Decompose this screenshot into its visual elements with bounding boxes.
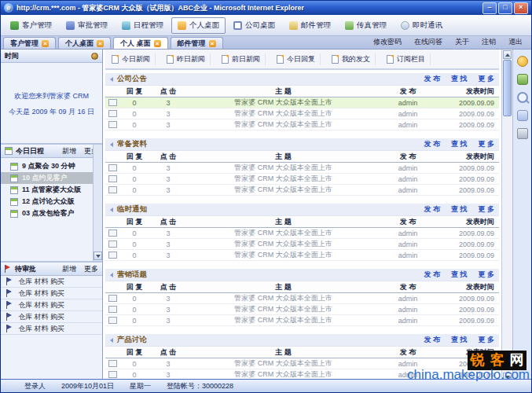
tab-close-icon[interactable]: × bbox=[42, 40, 49, 47]
more-link[interactable]: 更 多 bbox=[478, 139, 494, 149]
toolbar-button-8[interactable]: 即时通讯 bbox=[394, 17, 449, 34]
news-tab-2[interactable]: 昨日新闻 bbox=[162, 53, 211, 65]
find-link[interactable]: 查 找 bbox=[451, 270, 468, 280]
more-link[interactable]: 更 多 bbox=[478, 335, 494, 345]
print-icon[interactable] bbox=[517, 128, 528, 139]
more-link[interactable]: 更 多 bbox=[478, 204, 494, 215]
table-row[interactable]: 0 3 管家婆 CRM 大众版本全面上市 admin 2009.09.09 bbox=[105, 250, 499, 261]
folder-icon[interactable] bbox=[517, 74, 528, 85]
scroll-up-icon[interactable] bbox=[503, 50, 512, 59]
approval-item[interactable]: 仓库 材料 购买 bbox=[1, 299, 102, 311]
find-link[interactable]: 查 找 bbox=[451, 204, 468, 215]
table-row[interactable]: 0 3 管家婆 CRM 大众版本全面上市 admin 2009.09.09 bbox=[105, 239, 499, 250]
collapse-arrow-icon[interactable] bbox=[110, 208, 113, 212]
scroll-down-icon[interactable] bbox=[94, 252, 102, 260]
collapse-arrow-icon[interactable] bbox=[110, 338, 113, 343]
tab-2[interactable]: 个人桌面× bbox=[58, 37, 111, 49]
top-link-1[interactable]: 修改密码 bbox=[373, 37, 402, 47]
forward-icon[interactable] bbox=[517, 110, 528, 121]
approval-item[interactable]: 仓库 材料 购买 bbox=[1, 276, 102, 288]
approval-add-link[interactable]: 新增 bbox=[62, 264, 76, 274]
table-row[interactable]: 0 3 管家婆 CRM 大众版本全面上市 admin 2009.09.09 bbox=[105, 174, 499, 185]
approval-more-link[interactable]: 更多 bbox=[84, 264, 98, 274]
tab-3[interactable]: 个人 桌面× bbox=[113, 37, 168, 49]
toolbar-button-2[interactable]: 审批管理 bbox=[60, 17, 114, 34]
collapse-arrow-icon[interactable] bbox=[110, 142, 113, 147]
find-link[interactable]: 查 找 bbox=[451, 335, 468, 345]
top-link-4[interactable]: 注销 bbox=[482, 37, 496, 47]
find-link[interactable]: 查 找 bbox=[451, 74, 468, 84]
post-subject-link[interactable]: 管家婆 CRM 大众版本全面上市 bbox=[187, 174, 380, 184]
table-row[interactable]: 0 3 管家婆 CRM 大众版本全面上市 admin 2009.09.09 bbox=[105, 97, 499, 108]
tab-close-icon[interactable]: × bbox=[97, 40, 104, 47]
toolbar-button-6[interactable]: 邮件管理 bbox=[283, 17, 337, 34]
toolbar-button-7[interactable]: 传真管理 bbox=[339, 17, 393, 34]
publish-link[interactable]: 发 布 bbox=[424, 204, 440, 215]
table-row[interactable]: 0 3 管家婆 CRM 大众版本全面上市 admin 2009.09.09 bbox=[105, 293, 499, 304]
maximize-button[interactable]: □ bbox=[498, 2, 512, 14]
approval-item[interactable]: 仓库 材料 购买 bbox=[1, 288, 102, 299]
toolbar-button-1[interactable]: 客户管理 bbox=[4, 17, 58, 34]
post-subject-link[interactable]: 管家婆 CRM 大众版本全面上市 bbox=[187, 97, 380, 108]
schedule-item[interactable]: 10 点约见客户 bbox=[1, 172, 102, 184]
tab-close-icon[interactable]: × bbox=[209, 40, 216, 47]
news-tab-6[interactable]: 订阅栏目 bbox=[382, 53, 431, 65]
publish-link[interactable]: 发 布 bbox=[424, 335, 440, 345]
table-row[interactable]: 0 3 管家婆 CRM 大众版本全面上市 admin 2009.09.09 bbox=[105, 163, 499, 174]
post-subject-link[interactable]: 管家婆 CRM 大众版本全面上市 bbox=[187, 228, 380, 238]
post-subject-link[interactable]: 管家婆 CRM 大众版本全面上市 bbox=[187, 185, 380, 195]
pin-icon[interactable] bbox=[91, 53, 98, 60]
table-row[interactable]: 0 3 管家婆 CRM 大众版本全面上市 admin 2009.09.09 bbox=[105, 304, 499, 315]
post-subject-link[interactable]: 管家婆 CRM 大众版本全面上市 bbox=[187, 163, 380, 173]
schedule-scrollbar[interactable] bbox=[93, 145, 102, 261]
scrollbar-thumb[interactable] bbox=[503, 60, 512, 116]
post-subject-link[interactable]: 管家婆 CRM 大众版本全面上市 bbox=[187, 304, 380, 314]
approval-item[interactable]: 仓库 材料 购买 bbox=[1, 311, 102, 323]
more-link[interactable]: 更 多 bbox=[478, 270, 494, 280]
schedule-item[interactable]: 03 点发包给客户 bbox=[10, 208, 93, 219]
more-link[interactable]: 更 多 bbox=[478, 74, 494, 84]
search-icon[interactable] bbox=[517, 92, 528, 103]
tab-4[interactable]: 邮件管理× bbox=[171, 37, 223, 49]
schedule-item[interactable]: 12 点讨论大众版 bbox=[10, 196, 93, 208]
post-subject-link[interactable]: 管家婆 CRM 大众版本全面上市 bbox=[187, 108, 380, 119]
schedule-item[interactable]: 9 点聚会 30 分钟 bbox=[10, 160, 93, 172]
approval-item[interactable]: 仓库 材料 购买 bbox=[1, 323, 102, 335]
schedule-item[interactable]: 11 点管家婆大众版 bbox=[10, 184, 93, 196]
table-row[interactable]: 0 3 管家婆 CRM 大众版本全面上市 admin 2009.09.09 bbox=[105, 228, 499, 239]
post-subject-link[interactable]: 管家婆 CRM 大众版本全面上市 bbox=[187, 250, 380, 260]
top-link-2[interactable]: 在线问答 bbox=[414, 37, 442, 47]
post-subject-link[interactable]: 管家婆 CRM 大众版本全面上市 bbox=[187, 239, 380, 249]
publish-link[interactable]: 发 布 bbox=[424, 139, 440, 149]
table-row[interactable]: 0 3 管家婆 CRM 大众版本全面上市 admin 2009.09.09 bbox=[105, 185, 499, 196]
toolbar-button-4[interactable]: 个人桌面 bbox=[171, 17, 226, 34]
news-tab-5[interactable]: 我的发文 bbox=[327, 53, 376, 65]
news-tab-1[interactable]: 今日新闻 bbox=[107, 53, 156, 65]
publish-link[interactable]: 发 布 bbox=[424, 74, 440, 84]
minimize-button[interactable]: – bbox=[482, 2, 497, 14]
news-tab-3[interactable]: 前日新闻 bbox=[217, 53, 266, 65]
table-row[interactable]: 0 3 管家婆 CRM 大众版本全面上市 admin 2009.09.09 bbox=[105, 315, 499, 326]
close-button[interactable]: × bbox=[514, 2, 528, 14]
news-tab-4[interactable]: 今日回复 bbox=[272, 53, 321, 65]
table-row[interactable]: 0 3 管家婆 CRM 大众版本全面上市 admin 2009.09.09 bbox=[105, 108, 499, 119]
post-subject-link[interactable]: 管家婆 CRM 大众版本全面上市 bbox=[187, 293, 380, 303]
top-link-3[interactable]: 关于 bbox=[455, 37, 469, 47]
publish-link[interactable]: 发 布 bbox=[424, 270, 440, 280]
collapse-arrow-icon[interactable] bbox=[110, 77, 113, 82]
tab-1[interactable]: 客户管理× bbox=[3, 37, 56, 49]
help-icon[interactable] bbox=[517, 56, 528, 67]
main-scrollbar[interactable] bbox=[501, 50, 512, 382]
post-subject-link[interactable]: 管家婆 CRM 大众版本全面上市 bbox=[187, 119, 380, 130]
post-subject-link[interactable]: 管家婆 CRM 大众版本全面上市 bbox=[187, 358, 380, 369]
toolbar-button-3[interactable]: 日程管理 bbox=[116, 17, 170, 34]
schedule-add-link[interactable]: 新增 bbox=[62, 146, 76, 156]
collapse-arrow-icon[interactable] bbox=[110, 273, 113, 277]
table-row[interactable]: 0 3 管家婆 CRM 大众版本全面上市 admin 2009.09.09 bbox=[105, 119, 499, 130]
post-subject-link[interactable]: 管家婆 CRM 大众版本全面上市 bbox=[187, 315, 380, 325]
top-link-5[interactable]: 退出 bbox=[508, 37, 523, 47]
title-bar[interactable]: e http://crm.***.com - 管家婆CRM 大众版（试用版）AB… bbox=[1, 1, 531, 15]
tab-close-icon[interactable]: × bbox=[154, 40, 161, 47]
toolbar-button-5[interactable]: 公司桌面 bbox=[227, 17, 281, 34]
find-link[interactable]: 查 找 bbox=[451, 139, 468, 149]
